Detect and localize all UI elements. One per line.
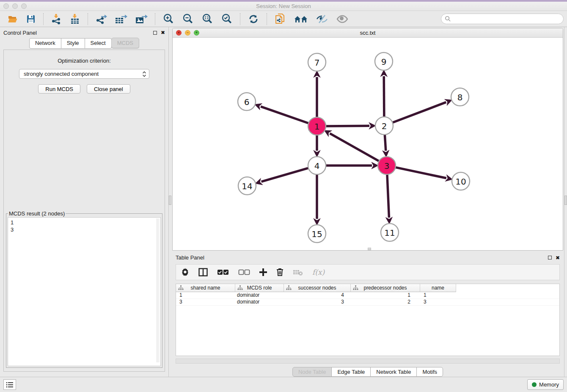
- task-history-button[interactable]: [3, 379, 16, 390]
- show-graphics-details-button[interactable]: [334, 14, 350, 25]
- table-cell[interactable]: dominator: [235, 292, 284, 298]
- run-mcds-button[interactable]: Run MCDS: [38, 84, 80, 94]
- graph-node-6[interactable]: [238, 93, 256, 110]
- zoom-fit-icon: [201, 13, 213, 25]
- tab-motifs[interactable]: Motifs: [416, 367, 443, 377]
- graph-node-2[interactable]: [375, 117, 393, 135]
- close-panel-button[interactable]: Close panel: [87, 84, 130, 94]
- table-cell[interactable]: 1: [420, 292, 456, 298]
- graph-node-11[interactable]: [381, 224, 399, 241]
- table-cell[interactable]: 3: [420, 299, 456, 305]
- export-image-button[interactable]: [133, 13, 149, 25]
- zoom-in-button[interactable]: [161, 12, 176, 26]
- export-table-button[interactable]: [113, 13, 129, 25]
- refresh-layout-button[interactable]: [246, 13, 261, 25]
- float-table-panel-icon[interactable]: [548, 256, 552, 259]
- import-network-button[interactable]: [49, 13, 63, 25]
- tab-style[interactable]: Style: [61, 38, 85, 49]
- canvas-resize-handle[interactable]: [368, 248, 371, 250]
- graph-edge-4-14[interactable]: [261, 168, 309, 182]
- tab-mcds[interactable]: MCDS: [111, 38, 139, 48]
- graph-node-4[interactable]: [308, 157, 326, 174]
- float-panel-icon[interactable]: [153, 31, 157, 35]
- graph-node-14[interactable]: [238, 177, 256, 195]
- clone-network-button[interactable]: [272, 12, 288, 26]
- tab-edge-table[interactable]: Edge Table: [331, 367, 371, 377]
- table-horizontal-scrollbar[interactable]: [176, 359, 560, 364]
- search-input[interactable]: [451, 16, 560, 22]
- tab-select[interactable]: Select: [85, 38, 112, 49]
- graph-edge-2-9[interactable]: [384, 76, 384, 118]
- zoom-out-button[interactable]: [180, 12, 195, 26]
- table-cell[interactable]: 1: [351, 292, 420, 298]
- graph-edge-1-2[interactable]: [325, 126, 369, 126]
- mcds-result-list[interactable]: 13: [8, 217, 161, 366]
- column-header-predecessor-nodes[interactable]: name predecessor nodes: [351, 284, 420, 292]
- graph-edge-3-1[interactable]: [330, 133, 380, 161]
- graph-edge-2-3[interactable]: [385, 134, 386, 151]
- open-session-button[interactable]: [6, 13, 20, 25]
- tab-network-table[interactable]: Network Table: [370, 367, 417, 377]
- table-cell[interactable]: 1: [176, 292, 235, 298]
- table-row[interactable]: 3dominator323: [176, 299, 559, 306]
- table-cell[interactable]: 3: [284, 299, 351, 305]
- save-session-button[interactable]: [24, 13, 38, 25]
- import-table-button[interactable]: [68, 13, 82, 25]
- zoom-selected-icon: [221, 13, 233, 25]
- table-cell[interactable]: dominator: [235, 299, 284, 305]
- deselect-all-columns-button[interactable]: [238, 269, 250, 275]
- graph-edge-3-11[interactable]: [387, 174, 389, 218]
- splitter-grip[interactable]: [169, 196, 171, 205]
- table-toolbar: f(x): [176, 264, 560, 280]
- criterion-dropdown[interactable]: strongly connected component: [19, 69, 149, 79]
- column-type-icon: [353, 285, 358, 290]
- left-splitter[interactable]: [168, 27, 171, 377]
- graph-edge-1-6[interactable]: [261, 107, 309, 124]
- column-type-icon: [237, 285, 243, 290]
- network-canvas[interactable]: 7968124314101511: [173, 38, 563, 250]
- column-header-mcds-role[interactable]: MCDS role: [235, 284, 284, 292]
- zoom-selected-button[interactable]: [219, 12, 234, 26]
- table-cell[interactable]: 2: [351, 299, 420, 305]
- graph-edge-2-8[interactable]: [392, 102, 446, 123]
- column-header-successor-nodes[interactable]: successor nodes: [284, 284, 351, 292]
- graph-node-10[interactable]: [452, 172, 470, 190]
- add-row-button[interactable]: [259, 268, 267, 276]
- table-cell[interactable]: 3: [176, 299, 235, 305]
- graph-edge-3-10[interactable]: [395, 167, 446, 178]
- import-network-icon: [51, 14, 62, 25]
- graph-node-8[interactable]: [451, 88, 469, 106]
- close-table-panel-icon[interactable]: ✖: [556, 255, 560, 260]
- table-cell[interactable]: 4: [284, 292, 351, 298]
- clone-network-icon: [274, 13, 286, 25]
- delete-row-button[interactable]: [276, 268, 284, 276]
- nested-networks-button[interactable]: [292, 13, 310, 25]
- zoom-fit-button[interactable]: [200, 12, 215, 26]
- graph-node-1[interactable]: [308, 117, 326, 135]
- export-table-icon: [115, 14, 127, 25]
- hide-graphics-details-button[interactable]: [314, 13, 330, 25]
- column-header-shared-name[interactable]: shared name: [176, 284, 235, 292]
- splitter-grip[interactable]: [564, 196, 567, 205]
- select-all-columns-button[interactable]: [217, 269, 229, 275]
- tab-node-table[interactable]: Node Table: [292, 367, 332, 377]
- right-splitter[interactable]: [564, 27, 567, 377]
- graph-node-9[interactable]: [375, 52, 393, 70]
- memory-button[interactable]: Memory: [527, 379, 564, 390]
- graph-node-3[interactable]: [378, 157, 396, 174]
- search-box[interactable]: [441, 14, 564, 24]
- graph-node-7[interactable]: [308, 53, 326, 71]
- result-scrollbar[interactable]: [157, 218, 160, 362]
- show-column-button[interactable]: [198, 268, 208, 276]
- trash-icon: [276, 268, 284, 276]
- graph-node-15[interactable]: [308, 225, 326, 243]
- gear-icon: [181, 268, 189, 276]
- column-header-name[interactable]: name: [420, 284, 456, 292]
- close-panel-icon[interactable]: ✖: [161, 30, 165, 35]
- column-settings-button[interactable]: [181, 268, 189, 276]
- eye-slash-icon: [316, 14, 328, 24]
- tab-network[interactable]: Network: [29, 38, 61, 49]
- table-row[interactable]: 1dominator411: [176, 292, 559, 299]
- table-panel-header: Table Panel ✖: [172, 252, 563, 263]
- export-network-button[interactable]: [94, 13, 109, 25]
